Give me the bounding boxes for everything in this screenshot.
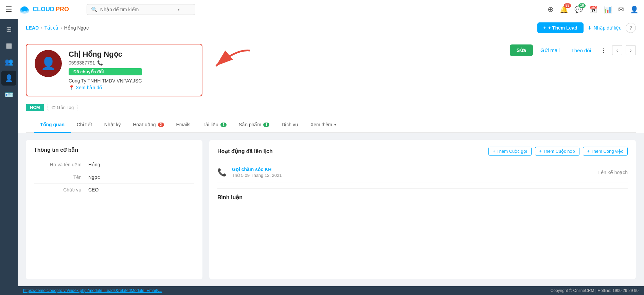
add-meeting-button[interactable]: + Thêm Cuộc họp bbox=[535, 147, 579, 156]
profile-name: Chị Hồng Ngọc bbox=[69, 50, 142, 59]
tag-hcm: HCM bbox=[26, 104, 44, 111]
import-label: Nhập dữ liệu bbox=[594, 25, 622, 31]
breadcrumb-actions: + + Thêm Lead ⬇ Nhập dữ liệu ? bbox=[537, 22, 636, 33]
add-tag-label: Gắn Tag bbox=[57, 105, 74, 110]
notification-badge: 55 bbox=[564, 3, 571, 8]
tab-hoatdong-badge: 2 bbox=[158, 123, 164, 127]
sidebar-item-person[interactable]: 👤 bbox=[1, 71, 16, 86]
more-button[interactable]: ⋮ bbox=[598, 44, 609, 57]
breadcrumb-sep2: › bbox=[60, 25, 62, 31]
footer-url[interactable]: https://demo.cloudpro.vn/index.php?modul… bbox=[23, 288, 162, 293]
info-label-ten: Tên bbox=[34, 174, 88, 180]
tab-xemthem-label: Xem thêm bbox=[310, 122, 332, 127]
sidebar-item-users[interactable]: 👥 bbox=[1, 54, 16, 69]
map-label: Xem bản đồ bbox=[76, 85, 102, 90]
tab-chitiet[interactable]: Chi tiết bbox=[71, 117, 98, 133]
profile-area: 👤 Chị Hồng Ngọc 0593387791 📞 Đã chuyển đ… bbox=[18, 37, 644, 133]
info-value-ten: Ngọc bbox=[88, 174, 100, 180]
info-value-ho: Hồng bbox=[88, 162, 100, 167]
activity-date: Thứ 5 09 Tháng 12, 2021 bbox=[232, 173, 593, 178]
tab-sanpham-badge: 1 bbox=[263, 123, 269, 127]
tag-icon: 🏷 bbox=[51, 105, 56, 110]
red-arrow bbox=[202, 47, 253, 76]
email-icon[interactable]: ✉ bbox=[618, 5, 624, 14]
info-row-ho: Họ và tên đệm Hồng bbox=[34, 159, 194, 171]
tab-emails[interactable]: Emails bbox=[170, 117, 197, 133]
tab-xemthem[interactable]: Xem thêm ▾ bbox=[304, 117, 342, 133]
add-lead-label: + Thêm Lead bbox=[548, 25, 577, 31]
send-mail-button[interactable]: Gửi mail bbox=[536, 44, 564, 56]
tab-chitiet-label: Chi tiết bbox=[77, 122, 92, 127]
sidebar: ⊞ ▦ 👥 👤 🪪 bbox=[0, 19, 18, 295]
activity-item: 📞 Gọi chăm sóc KH Thứ 5 09 Tháng 12, 202… bbox=[217, 162, 628, 183]
phone-call-icon: 📞 bbox=[217, 168, 227, 177]
add-icon[interactable]: ⊕ bbox=[548, 5, 554, 14]
profile-card-wrapper: 👤 Chị Hồng Ngọc 0593387791 📞 Đã chuyển đ… bbox=[26, 44, 202, 96]
bottom-bar: https://demo.cloudpro.vn/index.php?modul… bbox=[18, 286, 644, 295]
logo-pro: PRO bbox=[56, 6, 69, 13]
import-button[interactable]: ⬇ Nhập dữ liệu bbox=[588, 25, 622, 31]
profile-phone: 0593387791 📞 bbox=[69, 60, 142, 66]
top-navigation: ☰ CLOUD PRO 🔍 ▾ ⊕ 🔔 55 💬 10 📅 📊 ✉ 👤 bbox=[0, 0, 644, 19]
prev-button[interactable]: ‹ bbox=[612, 45, 622, 55]
avatar: 👤 bbox=[35, 50, 62, 77]
svg-point-3 bbox=[24, 8, 29, 12]
tab-dichvu-label: Dịch vụ bbox=[282, 122, 298, 127]
chevron-down-icon: ▾ bbox=[334, 123, 336, 127]
tab-tonquan-label: Tổng quan bbox=[40, 122, 65, 127]
logo-cloud: CLOUD bbox=[33, 6, 54, 13]
notification-icon[interactable]: 🔔 55 bbox=[560, 5, 568, 14]
tab-tonquan[interactable]: Tổng quan bbox=[34, 117, 71, 133]
breadcrumb-bar: LEAD › Tất cả › Hồng Ngọc + + Thêm Lead … bbox=[18, 19, 644, 37]
add-task-button[interactable]: + Thêm Công việc bbox=[583, 147, 628, 156]
tags-row: HCM 🏷 Gắn Tag bbox=[26, 100, 636, 116]
tab-hoatdong[interactable]: Hoạt động 2 bbox=[127, 117, 170, 133]
breadcrumb: LEAD › Tất cả › Hồng Ngọc bbox=[26, 25, 89, 31]
hamburger-menu[interactable]: ☰ bbox=[5, 5, 12, 14]
user-icon[interactable]: 👤 bbox=[630, 5, 639, 14]
next-button[interactable]: › bbox=[626, 45, 636, 55]
sidebar-item-home[interactable]: ⊞ bbox=[1, 22, 16, 37]
message-badge: 10 bbox=[578, 3, 586, 8]
follow-button[interactable]: Theo dõi bbox=[567, 45, 595, 56]
profile-company: Công Ty TNHH TMDV VNPAY.JSC bbox=[69, 78, 142, 84]
tab-tailieu-badge: 1 bbox=[220, 123, 227, 127]
search-icon: 🔍 bbox=[91, 6, 97, 13]
grid-icon: ▦ bbox=[6, 41, 12, 50]
logo: CLOUD PRO bbox=[19, 4, 69, 15]
search-input[interactable] bbox=[100, 7, 175, 12]
converted-badge: Đã chuyển đổi bbox=[69, 68, 142, 75]
profile-map[interactable]: 📍 Xem bản đồ bbox=[69, 85, 142, 90]
sidebar-item-grid[interactable]: ▦ bbox=[1, 38, 16, 53]
topnav-right: ⊕ 🔔 55 💬 10 📅 📊 ✉ 👤 bbox=[548, 5, 639, 14]
help-button[interactable]: ? bbox=[626, 23, 636, 33]
breadcrumb-current: Hồng Ngọc bbox=[64, 25, 89, 31]
tab-dichvu[interactable]: Dịch vụ bbox=[275, 117, 304, 133]
add-tag-button[interactable]: 🏷 Gắn Tag bbox=[48, 104, 78, 111]
profile-actions: Sửa Gửi mail Theo dõi ⋮ ‹ › bbox=[510, 44, 636, 57]
activity-info: Gọi chăm sóc KH Thứ 5 09 Tháng 12, 2021 bbox=[232, 167, 593, 178]
breadcrumb-all[interactable]: Tất cả bbox=[44, 25, 58, 31]
logo-icon bbox=[19, 4, 30, 15]
tab-nhatky[interactable]: Nhật ký bbox=[98, 117, 127, 133]
main-content: LEAD › Tất cả › Hồng Ngọc + + Thêm Lead … bbox=[18, 19, 644, 295]
tab-tailieu[interactable]: Tài liệu 1 bbox=[197, 117, 233, 133]
chart-icon[interactable]: 📊 bbox=[604, 5, 612, 14]
tab-sanpham[interactable]: Sản phẩm 1 bbox=[233, 117, 275, 133]
edit-button[interactable]: Sửa bbox=[510, 44, 533, 56]
sidebar-item-idcard[interactable]: 🪪 bbox=[1, 87, 16, 102]
activities-header: Hoạt động đã lên lịch + Thêm Cuộc gọi + … bbox=[217, 147, 628, 156]
tab-nhatky-label: Nhật ký bbox=[104, 122, 121, 127]
add-lead-button[interactable]: + + Thêm Lead bbox=[537, 22, 584, 33]
activity-name[interactable]: Gọi chăm sóc KH bbox=[232, 167, 593, 172]
person-icon: 👤 bbox=[5, 74, 13, 82]
calendar-icon[interactable]: 📅 bbox=[589, 5, 597, 14]
message-icon[interactable]: 💬 10 bbox=[574, 5, 583, 14]
phone-number: 0593387791 bbox=[69, 60, 95, 66]
breadcrumb-lead[interactable]: LEAD bbox=[26, 25, 39, 31]
add-call-button[interactable]: + Thêm Cuộc gọi bbox=[488, 147, 532, 156]
info-label-ho: Họ và tên đệm bbox=[34, 162, 88, 167]
search-bar[interactable]: 🔍 ▾ bbox=[87, 4, 195, 15]
profile-info: Chị Hồng Ngọc 0593387791 📞 Đã chuyển đổi… bbox=[69, 50, 142, 90]
comments-title: Bình luận bbox=[217, 188, 628, 201]
